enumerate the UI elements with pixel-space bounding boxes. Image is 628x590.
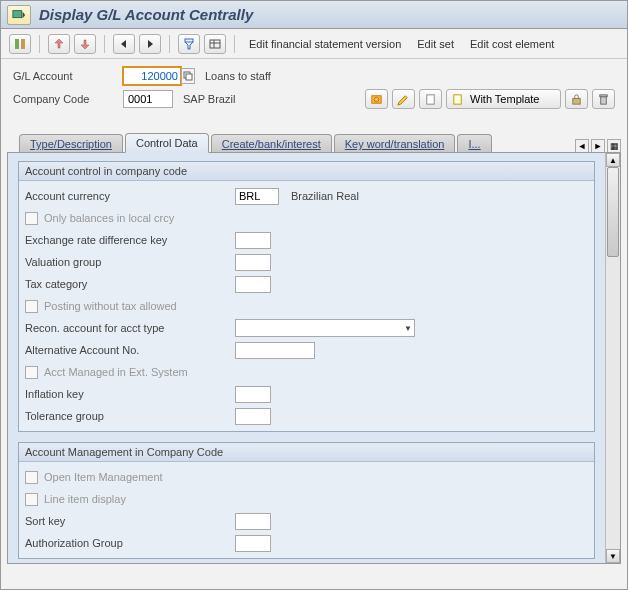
tab-more[interactable]: I... [457,134,491,153]
inflation-key-label: Inflation key [25,388,235,400]
gl-account-label: G/L Account [13,70,123,82]
svg-rect-1 [15,39,19,49]
exchange-rate-label: Exchange rate difference key [25,234,235,246]
lock-button[interactable] [565,89,588,109]
tab-list-icon[interactable]: ▦ [607,139,621,153]
page-title: Display G/L Account Centrally [39,6,253,23]
valuation-group-input[interactable] [235,254,271,271]
scroll-down-icon[interactable]: ▼ [606,549,620,563]
tab-type-description[interactable]: Type/Description [19,134,123,153]
svg-rect-4 [210,40,220,48]
edit-fsv-link[interactable]: Edit financial statement version [243,38,407,50]
change-button[interactable] [392,89,415,109]
alternative-account-label: Alternative Account No. [25,344,235,356]
svg-rect-0 [13,10,22,17]
account-currency-input[interactable] [235,188,279,205]
open-item-label: Open Item Management [44,471,163,483]
edit-cost-link[interactable]: Edit cost element [464,38,560,50]
svg-rect-12 [454,94,461,103]
layout-icon-button[interactable] [204,34,226,54]
hierarchy-prev-button[interactable] [48,34,70,54]
create-button[interactable] [419,89,442,109]
svg-rect-15 [600,94,607,96]
posting-without-tax-checkbox [25,300,38,313]
gl-account-input[interactable] [123,67,181,85]
company-code-input[interactable] [123,90,173,108]
tab-create-bank-interest[interactable]: Create/bank/interest [211,134,332,153]
tab-panel: Account control in company code Account … [7,152,621,564]
account-currency-label: Account currency [25,190,235,202]
company-code-label: Company Code [13,93,123,105]
svg-rect-13 [573,98,580,104]
group-account-management: Account Management in Company Code Open … [18,442,595,559]
svg-rect-2 [21,39,25,49]
next-button[interactable] [139,34,161,54]
template-icon [451,93,464,106]
vertical-scrollbar[interactable]: ▲ ▼ [605,153,620,563]
with-template-label: With Template [470,93,540,105]
sort-key-label: Sort key [25,515,235,527]
line-item-label: Line item display [44,493,126,505]
tab-scroll-right-icon[interactable]: ► [591,139,605,153]
tolerance-group-input[interactable] [235,408,271,425]
account-currency-desc: Brazilian Real [291,190,359,202]
header-area: G/L Account Loans to staff Company Code … [1,59,627,117]
company-code-desc: SAP Brazil [183,93,235,105]
acct-ext-label: Acct Managed in Ext. System [44,366,188,378]
inflation-key-input[interactable] [235,386,271,403]
tab-scroll-left-icon[interactable]: ◄ [575,139,589,153]
prev-button[interactable] [113,34,135,54]
only-balances-checkbox [25,212,38,225]
posting-without-tax-label: Posting without tax allowed [44,300,177,312]
group-account-management-title: Account Management in Company Code [19,443,594,462]
tab-control-data[interactable]: Control Data [125,133,209,153]
svg-rect-8 [186,74,192,80]
scroll-up-icon[interactable]: ▲ [606,153,620,167]
menu-button[interactable] [7,5,31,25]
edit-set-link[interactable]: Edit set [411,38,460,50]
open-item-checkbox [25,471,38,484]
group-account-control-title: Account control in company code [19,162,594,181]
tabstrip: Type/Description Control Data Create/ban… [1,133,627,153]
with-template-button[interactable]: With Template [446,89,561,109]
hierarchy-next-button[interactable] [74,34,96,54]
only-balances-label: Only balances in local crcy [44,212,174,224]
line-item-checkbox [25,493,38,506]
gl-account-desc: Loans to staff [205,70,271,82]
tolerance-group-label: Tolerance group [25,410,235,422]
svg-rect-3 [185,39,193,42]
titlebar: Display G/L Account Centrally [1,1,627,29]
scroll-thumb[interactable] [607,167,619,257]
gl-f4-help-icon[interactable] [181,68,195,84]
recon-account-label: Recon. account for acct type [25,322,235,334]
tab-keyword-translation[interactable]: Key word/translation [334,134,456,153]
filter-icon-button[interactable] [178,34,200,54]
acct-ext-checkbox [25,366,38,379]
tax-category-input[interactable] [235,276,271,293]
svg-rect-14 [601,96,607,103]
toggle-icon-button[interactable] [9,34,31,54]
recon-account-select[interactable] [235,319,415,337]
alternative-account-input[interactable] [235,342,315,359]
valuation-group-label: Valuation group [25,256,235,268]
sort-key-input[interactable] [235,513,271,530]
scroll-track[interactable] [606,167,620,549]
authorization-group-input[interactable] [235,535,271,552]
tax-category-label: Tax category [25,278,235,290]
exchange-rate-input[interactable] [235,232,271,249]
authorization-group-label: Authorization Group [25,537,235,549]
group-account-control: Account control in company code Account … [18,161,595,432]
delete-button[interactable] [592,89,615,109]
svg-rect-11 [427,94,434,103]
display-button[interactable] [365,89,388,109]
app-toolbar: Edit financial statement version Edit se… [1,29,627,59]
